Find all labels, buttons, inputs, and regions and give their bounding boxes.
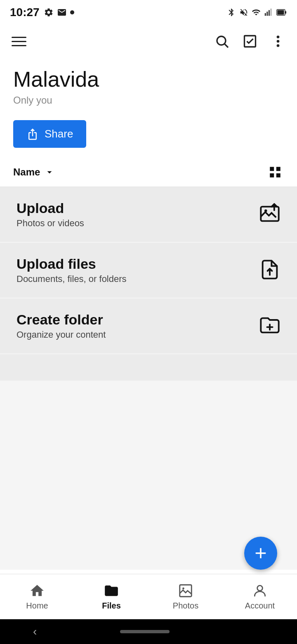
status-time: 10:27 xyxy=(10,6,40,19)
plus-icon xyxy=(252,545,269,562)
create-folder-title: Create folder xyxy=(16,312,106,328)
upload-photos-subtitle: Photos or videos xyxy=(16,218,84,229)
svg-rect-15 xyxy=(270,173,274,178)
sort-chevron-icon xyxy=(44,167,55,178)
svg-rect-21 xyxy=(180,585,192,597)
svg-point-23 xyxy=(257,585,263,591)
svg-rect-5 xyxy=(285,11,286,14)
share-button-label: Share xyxy=(45,128,73,140)
create-folder-subtitle: Organize your content xyxy=(16,329,106,340)
signal-icon xyxy=(264,8,273,17)
more-options-button[interactable] xyxy=(269,32,287,50)
mute-icon xyxy=(239,8,248,17)
sort-bar: Name xyxy=(0,158,297,187)
folder-title: Malavida xyxy=(13,68,284,91)
svg-rect-0 xyxy=(265,13,266,16)
svg-rect-13 xyxy=(270,167,274,171)
nav-photos-label: Photos xyxy=(173,601,198,611)
notification-dot xyxy=(70,10,74,14)
app-bar xyxy=(0,25,297,58)
share-button[interactable]: Share xyxy=(13,120,86,148)
menu-button[interactable] xyxy=(10,35,28,48)
svg-point-22 xyxy=(182,587,184,590)
grid-view-button[interactable] xyxy=(266,163,284,181)
settings-icon xyxy=(44,7,54,17)
action-cards-container: Upload Photos or videos Upload files Doc… xyxy=(0,187,297,570)
upload-file-icon xyxy=(259,259,280,280)
upload-files-card[interactable]: Upload files Documents, files, or folder… xyxy=(0,243,297,298)
svg-rect-1 xyxy=(266,12,268,16)
share-upload-icon xyxy=(26,128,39,140)
bottom-nav: Home Files Photos Account xyxy=(0,574,297,619)
svg-line-8 xyxy=(225,44,228,47)
files-icon xyxy=(104,583,119,599)
account-icon xyxy=(252,583,268,599)
svg-point-12 xyxy=(277,44,280,47)
svg-point-18 xyxy=(264,209,267,212)
search-icon xyxy=(214,34,229,49)
back-chevron[interactable]: ‹ xyxy=(33,625,37,638)
svg-rect-6 xyxy=(278,10,284,15)
wifi-icon xyxy=(252,8,261,17)
upload-files-subtitle: Documents, files, or folders xyxy=(16,274,127,284)
nav-photos[interactable]: Photos xyxy=(148,583,223,611)
share-section: Share xyxy=(0,110,297,158)
home-icon xyxy=(29,583,45,599)
nav-home-label: Home xyxy=(26,601,48,611)
nav-files-label: Files xyxy=(102,601,121,611)
svg-point-11 xyxy=(277,40,280,43)
search-button[interactable] xyxy=(213,32,231,50)
upload-photos-card[interactable]: Upload Photos or videos xyxy=(0,187,297,242)
status-bar: 10:27 xyxy=(0,0,297,25)
home-pill[interactable] xyxy=(120,630,170,633)
sort-name-label: Name xyxy=(13,166,40,178)
create-folder-card[interactable]: Create folder Organize your content xyxy=(0,298,297,353)
hamburger-icon xyxy=(12,37,26,46)
upload-photos-title: Upload xyxy=(16,200,84,216)
checkbox-icon xyxy=(243,34,257,49)
bluetooth-icon xyxy=(227,8,236,17)
folder-subtitle: Only you xyxy=(13,95,284,106)
upload-photo-icon xyxy=(259,203,280,225)
nav-account-label: Account xyxy=(245,601,275,611)
vertical-dots-icon xyxy=(271,34,285,49)
grid-icon xyxy=(268,165,282,179)
nav-home[interactable]: Home xyxy=(0,583,74,611)
photos-icon xyxy=(178,583,193,599)
svg-point-7 xyxy=(217,36,226,45)
partial-card xyxy=(0,354,297,381)
battery-icon xyxy=(276,8,287,17)
select-button[interactable] xyxy=(241,32,259,50)
svg-rect-2 xyxy=(269,10,270,16)
folder-header: Malavida Only you xyxy=(0,58,297,110)
upload-files-title: Upload files xyxy=(16,256,127,272)
svg-rect-16 xyxy=(276,173,280,178)
fab-add-button[interactable] xyxy=(244,537,277,570)
svg-rect-14 xyxy=(276,167,280,171)
svg-point-10 xyxy=(277,36,280,38)
nav-files[interactable]: Files xyxy=(74,583,148,611)
gmail-icon xyxy=(57,7,67,17)
nav-account[interactable]: Account xyxy=(223,583,297,611)
create-folder-icon xyxy=(259,315,280,336)
sort-button[interactable]: Name xyxy=(13,166,55,178)
svg-rect-3 xyxy=(271,9,272,16)
gesture-bar: ‹ xyxy=(0,619,297,644)
